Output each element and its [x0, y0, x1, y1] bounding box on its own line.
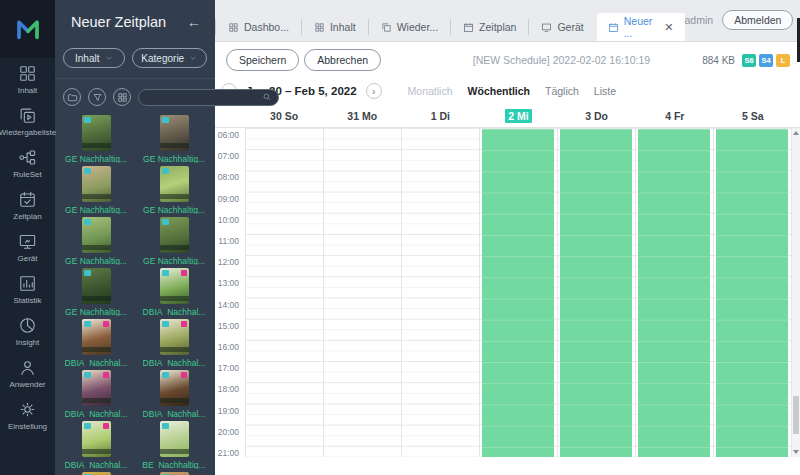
logout-button[interactable]: Abmelden [722, 10, 793, 30]
day-header: 2 Mi [479, 110, 557, 122]
content-list-item[interactable]: DBIA_Nachhal... [60, 367, 132, 418]
sidebar-item-zeitplan[interactable]: Zeitplan [0, 184, 55, 226]
app-logo[interactable] [0, 0, 55, 58]
content-filter-dropdown[interactable]: Inhalt [63, 48, 125, 68]
content-list-item[interactable]: DBIA_Nachhal... [138, 367, 210, 418]
time-label: 20:00 [218, 427, 239, 437]
chevron-down-icon [189, 54, 197, 62]
calendar-scrollbar[interactable] [792, 128, 800, 457]
thumbnail-badge [103, 372, 109, 378]
content-list-item[interactable]: GE Nachhaltig... [60, 112, 132, 163]
main-area: Dashbo... Inhalt Wieder... Zeitplan Gerä… [215, 0, 800, 475]
category-filter-dropdown[interactable]: Kategorie [132, 48, 207, 68]
content-list-item[interactable]: DBIA_Nachhal... [138, 316, 210, 367]
thumbnail-badge [103, 321, 109, 327]
thumbnail-caption-band [160, 398, 189, 403]
content-item-label: GE Nachhaltig... [65, 154, 127, 163]
content-list-item[interactable]: GE Nachhaltig... [138, 163, 210, 214]
schedule-calendar-icon [463, 22, 474, 33]
view-option-liste[interactable]: Liste [594, 85, 616, 97]
view-option-täglich[interactable]: Täglich [545, 85, 579, 97]
time-label: 19:00 [218, 406, 239, 416]
content-thumbnail [160, 370, 189, 406]
thumbnail-badge [181, 372, 187, 378]
content-list-item[interactable]: DBIA_Nachhal... [138, 265, 210, 316]
content-list-item[interactable] [138, 469, 210, 475]
sidebar-item-einstellung[interactable]: Einstellung [0, 394, 55, 436]
save-button[interactable]: Speichern [226, 49, 299, 71]
today-highlight: 2 Mi [505, 109, 531, 123]
calendar-columns[interactable] [245, 128, 792, 457]
thumbnail-logo-icon [84, 321, 91, 327]
thumbnail-caption-band [160, 194, 189, 199]
close-tab-icon[interactable]: ✕ [664, 21, 673, 34]
thumbnail-badge [103, 423, 109, 429]
content-list-item[interactable]: GE Nachhaltig... [60, 214, 132, 265]
thumbnail-badge [103, 168, 109, 174]
thumbnail-caption-band [82, 347, 111, 352]
next-week-button[interactable]: › [366, 83, 382, 99]
content-thumbnail [160, 217, 189, 253]
content-grid-icon [314, 22, 325, 33]
sidebar-item-statistik[interactable]: Statistik [0, 268, 55, 310]
content-list-item[interactable]: BE_Nachhaltig... [138, 418, 210, 469]
thumbnail-caption-band [82, 449, 111, 454]
thumbnail-badge [181, 219, 187, 225]
user-icon [18, 358, 37, 377]
sidebar-item-inhalt[interactable]: Inhalt [0, 58, 55, 100]
folder-icon [67, 92, 78, 103]
content-thumbnail [82, 319, 111, 355]
schedule-calendar-icon [18, 190, 37, 209]
content-list-item[interactable]: DBIA_Nachhal... [60, 316, 132, 367]
content-list-item[interactable]: GE Nachhaltig... [60, 265, 132, 316]
content-item-label: GE Nachhaltig... [143, 205, 205, 214]
sidebar-item-geraet[interactable]: Gerät [0, 226, 55, 268]
content-list-item[interactable]: DBIA_Nachhal... [60, 418, 132, 469]
tab-zeitplan[interactable]: Zeitplan [450, 19, 528, 35]
cancel-button[interactable]: Abbrechen [304, 49, 381, 71]
content-item-label: GE Nachhaltig... [65, 256, 127, 265]
thumbnail-caption-band [82, 245, 111, 250]
sidebar-item-wiedergabeliste[interactable]: Wiedergabeliste [0, 100, 55, 142]
thumbnail-caption-band [160, 449, 189, 454]
tab-inhalt[interactable]: Inhalt [301, 19, 368, 35]
day-header: 3 Do [558, 110, 636, 122]
tab-dashboard[interactable]: Dashbo... [215, 19, 301, 35]
ruleset-icon [18, 148, 37, 167]
scroll-up-icon[interactable] [792, 128, 800, 138]
scheduled-day-block[interactable] [638, 129, 710, 457]
scroll-down-icon[interactable] [792, 447, 800, 457]
sidebar-item-anwender[interactable]: Anwender [0, 352, 55, 394]
sidebar-item-ruleset[interactable]: RuleSet [0, 142, 55, 184]
thumbnail-caption-band [82, 143, 111, 148]
scheduled-day-block[interactable] [560, 129, 632, 457]
time-label: 13:00 [218, 278, 239, 288]
day-header: 31 Mo [323, 110, 401, 122]
content-list-item[interactable] [60, 469, 132, 475]
sidebar-item-label: RuleSet [13, 170, 41, 179]
content-list-item[interactable]: GE Nachhaltig... [60, 163, 132, 214]
tab-neuer-zeitplan-active[interactable]: Neuer ... ✕ [597, 13, 685, 41]
tab-geraet[interactable]: Gerät [528, 19, 595, 35]
folder-button[interactable] [63, 88, 81, 106]
content-thumbnail [82, 421, 111, 457]
scrollbar-thumb[interactable] [793, 396, 799, 434]
view-option-monatlich[interactable]: Monatlich [408, 85, 453, 97]
view-option-wöchentlich[interactable]: Wöchentlich [468, 85, 530, 97]
scheduled-day-block[interactable] [716, 129, 788, 457]
scheduled-day-block[interactable] [482, 129, 554, 457]
search-input[interactable] [145, 92, 262, 102]
thumbnail-badge [181, 117, 187, 123]
thumbnail-logo-icon [162, 423, 169, 429]
sidebar-item-insight[interactable]: Insight [0, 310, 55, 352]
day-header: 5 Sa [714, 110, 792, 122]
time-label: 17:00 [218, 363, 239, 373]
content-list-item[interactable]: GE Nachhaltig... [138, 214, 210, 265]
content-list-item[interactable]: GE Nachhaltig... [138, 112, 210, 163]
time-label: 11:00 [218, 236, 239, 246]
filter-button[interactable] [88, 88, 106, 106]
view-mode-button[interactable] [113, 88, 131, 106]
tab-wiedergabeliste[interactable]: Wieder... [368, 19, 450, 35]
collapse-panel-arrow-icon[interactable]: ← [187, 14, 201, 30]
content-grid-icon [18, 64, 37, 83]
